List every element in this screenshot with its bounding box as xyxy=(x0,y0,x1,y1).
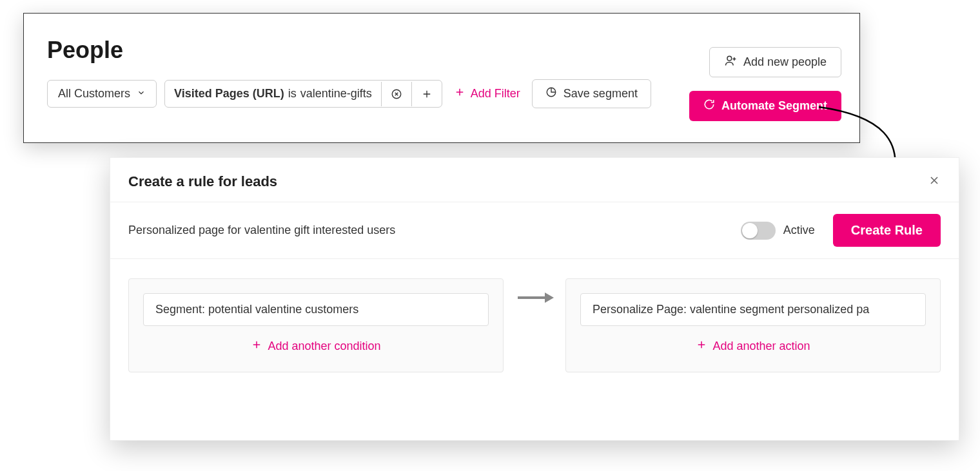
active-toggle[interactable] xyxy=(741,222,776,240)
remove-filter-button[interactable] xyxy=(381,82,411,106)
plus-icon xyxy=(251,339,262,354)
filter-chip-text: Visited Pages (URL) is valentine-gifts xyxy=(165,81,381,107)
actions-card: Personalize Page: valentine segment pers… xyxy=(565,278,941,372)
add-condition-label: Add another condition xyxy=(268,340,380,353)
filter-field: Visited Pages (URL) xyxy=(174,87,284,101)
add-filter-inline-button[interactable] xyxy=(411,82,442,106)
refresh-icon xyxy=(703,99,715,113)
add-people-label: Add new people xyxy=(743,55,827,69)
modal-body: Segment: potential valentine customers A… xyxy=(110,259,959,392)
active-toggle-wrap: Active xyxy=(741,222,815,240)
save-segment-button[interactable]: Save segment xyxy=(532,79,651,108)
chevron-down-icon xyxy=(137,87,146,101)
add-people-button[interactable]: Add new people xyxy=(709,47,841,77)
create-rule-modal: Create a rule for leads Personalized pag… xyxy=(110,157,959,441)
arrow-right-icon xyxy=(515,290,554,305)
modal-title: Create a rule for leads xyxy=(128,173,277,190)
customers-dropdown[interactable]: All Customers xyxy=(47,80,157,108)
flow-arrow xyxy=(504,278,565,305)
people-panel: People Add new people All Customers Visi… xyxy=(23,13,860,143)
user-plus-icon xyxy=(724,54,737,70)
condition-input[interactable]: Segment: potential valentine customers xyxy=(143,293,489,326)
svg-marker-4 xyxy=(545,293,554,303)
plus-icon xyxy=(696,339,707,354)
applied-filter-chip[interactable]: Visited Pages (URL) is valentine-gifts xyxy=(164,80,442,108)
pie-chart-icon xyxy=(545,86,557,101)
automate-segment-button[interactable]: Automate Segment xyxy=(689,91,841,121)
action-input[interactable]: Personalize Page: valentine segment pers… xyxy=(580,293,926,326)
add-condition-link[interactable]: Add another condition xyxy=(143,339,489,354)
modal-header: Create a rule for leads xyxy=(110,158,959,202)
add-filter-label: Add Filter xyxy=(471,87,520,101)
toggle-knob xyxy=(742,223,758,238)
automate-segment-label: Automate Segment xyxy=(721,99,827,113)
close-button[interactable] xyxy=(928,174,941,189)
add-action-label: Add another action xyxy=(712,340,810,353)
svg-point-0 xyxy=(727,56,732,61)
modal-toolbar: Personalized page for valentine gift int… xyxy=(110,202,959,259)
filter-operator: is xyxy=(288,87,297,101)
save-segment-label: Save segment xyxy=(564,87,638,101)
add-filter-link[interactable]: Add Filter xyxy=(454,86,520,101)
customers-dropdown-label: All Customers xyxy=(58,87,130,101)
active-toggle-label: Active xyxy=(783,224,815,237)
add-action-link[interactable]: Add another action xyxy=(580,339,926,354)
filter-value: valentine-gifts xyxy=(300,87,372,101)
rule-description: Personalized page for valentine gift int… xyxy=(128,224,395,237)
conditions-card: Segment: potential valentine customers A… xyxy=(128,278,504,372)
create-rule-label: Create Rule xyxy=(851,223,923,237)
create-rule-button[interactable]: Create Rule xyxy=(833,214,941,247)
plus-icon xyxy=(454,86,466,101)
